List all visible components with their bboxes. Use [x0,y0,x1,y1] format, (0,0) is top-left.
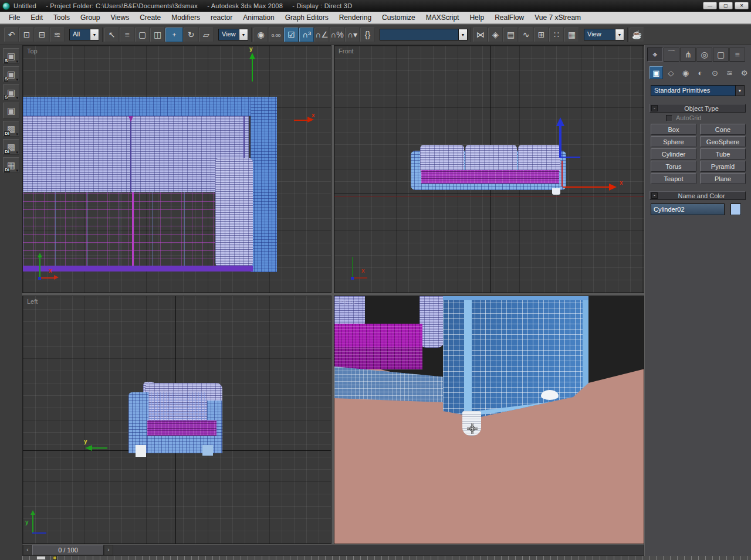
rectangular-selection-region-button[interactable]: ▢ [135,28,150,42]
track-bar[interactable] [22,556,751,560]
previous-frame-button[interactable]: ‹ [23,545,32,555]
gizmo-y-arrowhead[interactable] [249,53,255,59]
gizmo-y-axis[interactable] [559,125,561,158]
menu-item[interactable]: Views [105,12,134,23]
bind-to-space-warp-button[interactable]: ≋ [50,28,65,42]
autogrid-checkbox[interactable] [666,115,672,121]
reference-coordinate-system-dropdown[interactable]: View ▼ [218,29,248,40]
plugin-button-4[interactable]: ▣ [3,103,19,118]
category-geometry[interactable]: ▣ [649,66,663,79]
category-systems[interactable]: ⚙ [738,66,751,79]
tab-utilities[interactable]: ≡ [729,47,745,62]
menu-item[interactable]: File [4,12,25,23]
menu-item[interactable]: Tools [48,12,75,23]
menu-item[interactable]: Animation [238,12,279,23]
menu-item[interactable]: Edit [25,12,48,23]
close-button[interactable]: ✕ [735,2,749,9]
gizmo-y-axis[interactable] [252,58,253,82]
percent-snap-toggle[interactable]: ∩% [330,28,344,42]
name-and-color-rollout-header[interactable]: - Name and Color [649,191,746,200]
snaps-toggle-3d[interactable]: ∩³ [299,28,314,42]
selection-filter-dropdown[interactable]: All ▼ [69,29,99,40]
select-and-uniform-scale-button[interactable]: ▱ [199,28,214,42]
menu-item[interactable]: reactor [205,12,238,23]
menu-item[interactable]: Customize [377,12,421,23]
viewport-perspective-label[interactable]: Persp [339,298,356,305]
gizmo-x-axis[interactable] [563,186,610,188]
tab-display[interactable]: ▢ [713,47,729,62]
align-button[interactable]: ◈ [488,28,503,42]
menu-item[interactable]: Help [464,12,489,23]
unlink-selection-button[interactable]: ⊟ [35,28,49,42]
time-slider-track[interactable] [113,545,644,555]
schematic-view-button[interactable]: ⊞ [534,28,549,42]
viewport-front-label[interactable]: Front [339,47,354,55]
viewport-top[interactable]: Top y x x [22,45,331,293]
gizmo-x-arrowhead[interactable] [609,184,617,191]
gizmo-y-arrowhead[interactable] [85,445,92,451]
plugin-flyout-3[interactable]: ▣ S ▾ [3,84,19,100]
plugin-flyout-1[interactable]: ▣ S ▾ [3,48,19,64]
curve-editor-button[interactable]: ∿ [519,28,533,42]
select-by-name-button[interactable]: ≡ [120,28,134,42]
viewport-left-label[interactable]: Left [27,298,38,305]
time-slider-thumb[interactable]: 0 / 100 [32,545,104,555]
menu-item[interactable]: Create [134,12,166,23]
viewport-top-label[interactable]: Top [27,47,38,55]
plugin-flyout-5[interactable]: ▩ Di ▾ [3,121,19,137]
category-cameras[interactable]: ◐ [694,66,707,79]
object-name-input[interactable]: Cylinder02 [651,203,725,215]
gizmo-y-axis[interactable] [92,447,107,449]
layer-manager-button[interactable]: ▤ [503,28,518,42]
menu-item[interactable]: Group [75,12,105,23]
plugin-flyout-6[interactable]: ▩ Di ▾ [3,139,19,155]
select-and-link-button[interactable]: ⊡ [19,28,34,42]
use-pivot-point-center-button[interactable]: ◉ [253,28,268,42]
render-setup-button[interactable]: ▦ [564,28,579,42]
category-shapes[interactable]: ◇ [664,66,678,79]
spinner-snap-toggle[interactable]: ∩▾ [345,28,360,42]
menu-item[interactable]: Graph Editors [280,12,334,23]
tab-hierarchy[interactable]: ⋔ [680,47,696,62]
selection-lock-toggle[interactable]: ☑ [284,28,299,42]
named-selection-sets-dropdown[interactable]: ▼ [380,29,468,40]
material-editor-button[interactable]: ∷ [549,28,564,42]
menu-item[interactable]: RealFlow [489,12,529,23]
collapse-icon[interactable]: - [651,192,658,199]
plugin-flyout-2[interactable]: ▣ S ▾ [3,66,19,82]
collapse-icon[interactable]: - [651,105,658,111]
viewport-left[interactable]: Left y y [22,296,331,544]
next-frame-button[interactable]: › [104,545,113,555]
tab-create[interactable]: ⌖ [647,47,663,62]
gizmo-y-arrowhead[interactable] [556,117,564,126]
mirror-button[interactable]: ⋈ [473,28,488,42]
object-type-rollout-header[interactable]: - Object Type [649,104,746,113]
menu-item[interactable]: Rendering [334,12,377,23]
window-crossing-toggle[interactable]: ◫ [150,28,165,42]
gizmo-x-axis[interactable] [294,120,308,121]
tab-motion[interactable]: ◎ [696,47,712,62]
primitive-category-dropdown[interactable]: Standard Primitives ▼ [651,85,745,96]
tab-modify[interactable]: ⌒ [664,47,679,62]
plugin-flyout-7[interactable]: ▦ Di ▾ [3,157,19,173]
menu-item[interactable]: MAXScript [421,12,465,23]
minimize-button[interactable]: — [703,2,717,9]
undo-button[interactable]: ↶ [4,28,19,42]
select-object-button[interactable]: ↖ [104,28,119,42]
angle-snap-toggle[interactable]: ∩∠ [314,28,329,42]
category-helpers[interactable]: ⊙ [708,66,722,79]
keyboard-shortcut-override-toggle[interactable]: {} [360,28,375,42]
viewport-front[interactable]: Front x x [334,45,644,293]
render-type-dropdown[interactable]: View ▼ [584,29,624,40]
select-and-move-button[interactable]: + [165,28,183,42]
category-lights[interactable]: ◉ [679,66,692,79]
quick-render-button[interactable]: ☕ [630,28,644,42]
track-bar-button[interactable] [36,556,46,560]
track-bar-key-marker[interactable] [53,556,57,560]
maximize-button[interactable]: ▢ [719,2,733,9]
category-space-warps[interactable]: ≋ [723,66,736,79]
gizmo-plane-handle[interactable] [560,157,580,158]
viewport-perspective[interactable]: Persp [334,296,644,544]
select-and-rotate-button[interactable]: ↻ [184,28,198,42]
snap-offset-value[interactable]: 0.00 [269,28,283,42]
